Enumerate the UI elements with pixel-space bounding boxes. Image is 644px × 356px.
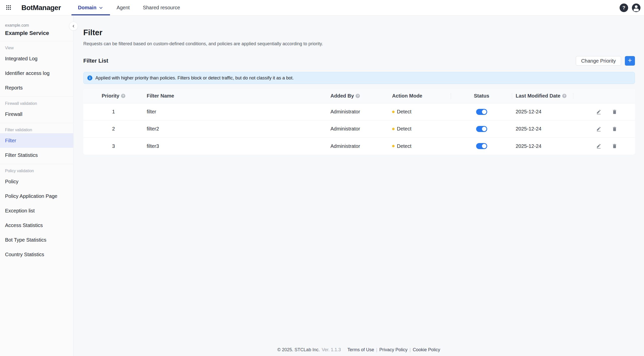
table-row: 2 filter2 Administrator Detect 2025-12-2… — [83, 120, 635, 138]
trash-icon — [612, 143, 617, 149]
delete-button[interactable] — [612, 109, 617, 115]
cell-status — [451, 103, 512, 120]
trash-icon — [612, 109, 617, 115]
cell-added-by: Administrator — [325, 103, 387, 120]
header-status-label: Status — [474, 93, 489, 99]
header-filter-name-label: Filter Name — [147, 93, 174, 99]
header-action-mode: Action Mode — [387, 89, 451, 103]
info-banner-text: Applied with higher priority than polici… — [95, 75, 294, 81]
sidebar: example.com Example Service View Integra… — [0, 16, 73, 356]
account-icon[interactable] — [632, 4, 640, 12]
footer-link-cookie[interactable]: Cookie Policy — [413, 347, 440, 352]
status-toggle[interactable] — [476, 143, 487, 149]
delete-button[interactable] — [612, 143, 617, 149]
priority-help-icon[interactable]: ? — [121, 94, 125, 98]
detect-status-dot — [392, 145, 395, 147]
tab-domain[interactable]: Domain — [71, 0, 110, 15]
edit-button[interactable] — [596, 143, 602, 149]
header-added-by-label: Added By — [330, 93, 354, 99]
footer-separator: | — [409, 347, 411, 352]
cell-last-modified: 2025-12-24 — [512, 120, 573, 137]
footer-separator: | — [376, 347, 377, 352]
cell-row-actions — [573, 103, 635, 120]
sidebar-item-access-statistics[interactable]: Access Statistics — [0, 218, 73, 233]
status-toggle[interactable] — [476, 109, 487, 115]
sidebar-section-filter-validation: Filter validation Filter Filter Statisti… — [0, 123, 73, 164]
sidebar-item-reports[interactable]: Reports — [0, 80, 73, 95]
sidebar-item-filter-statistics[interactable]: Filter Statistics — [0, 148, 73, 162]
cell-last-modified: 2025-12-24 — [512, 103, 573, 120]
edit-pencil-icon — [596, 109, 602, 115]
cell-status — [451, 138, 512, 155]
edit-button[interactable] — [596, 109, 602, 115]
cell-priority: 2 — [83, 120, 144, 137]
action-mode-label: Detect — [397, 109, 411, 115]
toggle-knob — [482, 127, 486, 131]
cell-added-by: Administrator — [325, 138, 387, 155]
sidebar-item-identifier-access-log[interactable]: Identifier access log — [0, 66, 73, 80]
cell-action-mode: Detect — [387, 138, 451, 155]
sidebar-section-policy-validation: Policy validation Policy Policy Applicat… — [0, 164, 73, 263]
header-status: Status — [451, 89, 512, 103]
section-label-filter-validation: Filter validation — [0, 125, 73, 133]
header-action-mode-label: Action Mode — [392, 93, 422, 99]
cell-filter-name: filter2 — [144, 120, 325, 137]
cell-status — [451, 120, 512, 137]
sidebar-section-firewall-validation: Firewall validation Firewall — [0, 97, 73, 123]
sidebar-item-bot-type-statistics[interactable]: Bot Type Statistics — [0, 233, 73, 247]
add-filter-button[interactable]: + — [625, 56, 635, 66]
tab-shared-resource-label: Shared resource — [143, 5, 180, 11]
footer-link-privacy[interactable]: Privacy Policy — [379, 347, 407, 352]
info-glyph: i — [89, 76, 90, 80]
main-nav-tabs: Domain Agent Shared resource — [71, 0, 186, 15]
plus-icon: + — [628, 57, 632, 64]
sidebar-item-exception-list[interactable]: Exception list — [0, 203, 73, 218]
service-block: example.com Example Service — [0, 16, 73, 41]
cell-filter-name: filter — [144, 103, 325, 120]
edit-pencil-icon — [596, 143, 602, 149]
service-name: Example Service — [5, 30, 68, 36]
sidebar-item-filter[interactable]: Filter — [0, 133, 73, 148]
apps-grid-icon[interactable] — [6, 5, 11, 10]
change-priority-button[interactable]: Change Priority — [576, 56, 621, 66]
table-header-row: Priority ? Filter Name Added By ? Action… — [83, 89, 635, 103]
table-row: 3 filter3 Administrator Detect 2025-12-2… — [83, 138, 635, 155]
section-label-firewall-validation: Firewall validation — [0, 98, 73, 107]
toggle-knob — [482, 144, 486, 148]
sidebar-item-integrated-log[interactable]: Integrated Log — [0, 51, 73, 66]
sidebar-collapse-button[interactable] — [69, 22, 78, 31]
header-added-by: Added By ? — [325, 89, 387, 103]
tab-agent[interactable]: Agent — [110, 0, 136, 15]
sidebar-item-firewall[interactable]: Firewall — [0, 107, 73, 121]
account-body-shape — [634, 9, 639, 11]
detect-status-dot — [392, 111, 395, 113]
section-label-policy-validation: Policy validation — [0, 166, 73, 174]
table-row: 1 filter Administrator Detect 2025-12-24 — [83, 103, 635, 120]
tab-shared-resource[interactable]: Shared resource — [136, 0, 186, 15]
last-modified-help-icon[interactable]: ? — [562, 94, 566, 98]
filter-list-title: Filter List — [83, 58, 108, 64]
edit-button[interactable] — [596, 126, 602, 132]
footer-link-terms[interactable]: Terms of Use — [347, 347, 374, 352]
app-logo: BotManager — [21, 4, 61, 12]
sidebar-item-policy[interactable]: Policy — [0, 174, 73, 189]
trash-icon — [612, 126, 617, 132]
sidebar-item-country-statistics[interactable]: Country Statistics — [0, 247, 73, 262]
footer-copyright: © 2025. STCLab Inc. — [277, 347, 320, 352]
edit-pencil-icon — [596, 126, 602, 132]
delete-button[interactable] — [612, 126, 617, 132]
filter-table: Priority ? Filter Name Added By ? Action… — [83, 89, 635, 155]
list-header: Filter List Change Priority + — [83, 56, 635, 66]
section-label-view: View — [0, 43, 73, 51]
info-icon: i — [87, 75, 92, 80]
header-priority-label: Priority — [102, 93, 119, 99]
chevron-left-icon — [71, 24, 75, 28]
added-by-help-icon[interactable]: ? — [356, 94, 360, 98]
header-priority: Priority ? — [83, 89, 144, 103]
status-toggle[interactable] — [476, 126, 487, 132]
help-icon[interactable]: ? — [620, 4, 628, 12]
top-bar: BotManager Domain Agent Shared resource … — [0, 0, 644, 16]
sidebar-item-policy-application-page[interactable]: Policy Application Page — [0, 189, 73, 203]
action-mode-label: Detect — [397, 143, 411, 149]
cell-priority: 3 — [83, 138, 144, 155]
